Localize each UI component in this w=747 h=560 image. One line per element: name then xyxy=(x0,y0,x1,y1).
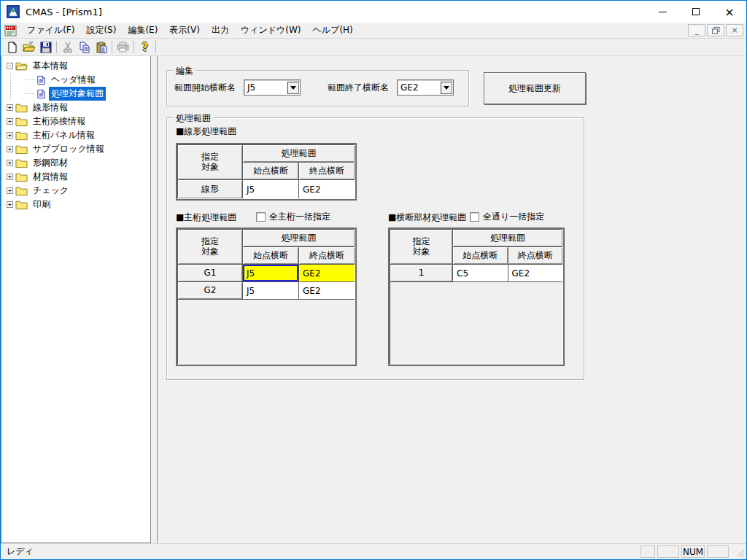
save-icon[interactable] xyxy=(37,39,54,55)
expand-icon[interactable]: + xyxy=(7,174,13,180)
tree-item-girder-panel-info[interactable]: + 主桁パネル情報 xyxy=(4,128,150,142)
tree-item-label[interactable]: 主桁添接情報 xyxy=(31,114,88,128)
folder-icon xyxy=(15,200,28,210)
status-pane xyxy=(657,545,679,558)
tree-item-material-info[interactable]: + 材質情報 xyxy=(4,170,150,184)
mdi-document-icon[interactable] xyxy=(4,25,17,36)
copy-icon[interactable] xyxy=(76,39,93,55)
mdi-restore-button[interactable] xyxy=(707,24,724,36)
range-end-value: GE2 xyxy=(398,82,440,93)
tree-item-label[interactable]: 基本情報 xyxy=(31,59,70,73)
expand-icon[interactable]: + xyxy=(7,160,13,166)
tree-item-basic-info[interactable]: - 基本情報 xyxy=(4,59,150,73)
process-range-groupbox: 処理範囲 ■線形処理範囲 指定 対象 処理範囲 始点横断 終点横断 線形 J5 … xyxy=(166,117,584,380)
table-cell-selected[interactable]: J5 xyxy=(243,265,298,281)
expand-icon[interactable]: + xyxy=(7,104,13,111)
menu-edit[interactable]: 編集(E) xyxy=(122,22,163,39)
chevron-down-icon[interactable] xyxy=(287,81,299,94)
expand-icon[interactable]: + xyxy=(7,201,13,208)
table-cell[interactable]: GE2 xyxy=(299,180,355,198)
column-header-start: 始点横断 xyxy=(243,247,298,264)
print-icon xyxy=(115,39,131,55)
toolbar-separator xyxy=(112,41,112,53)
panel-splitter[interactable] xyxy=(151,56,157,543)
mdi-close-button[interactable]: × xyxy=(726,24,743,36)
tree-item-label[interactable]: 線形情報 xyxy=(31,101,70,114)
client-area: - 基本情報 ヘッダ情報 xyxy=(1,56,746,543)
tree-item-label[interactable]: 材質情報 xyxy=(31,170,70,184)
tree-item-label[interactable]: 形鋼部材 xyxy=(31,156,70,170)
mdi-minimize-button[interactable]: _ xyxy=(688,24,705,36)
table-cell[interactable]: J5 xyxy=(243,282,298,299)
paste-icon[interactable] xyxy=(93,39,109,55)
table-cell[interactable]: J5 xyxy=(243,180,298,198)
table-cell-highlighted[interactable]: GE2 xyxy=(299,265,355,281)
app-icon xyxy=(7,5,20,18)
tree-item-check[interactable]: + チェック xyxy=(4,184,150,198)
tree-item-print[interactable]: + 印刷 xyxy=(4,198,150,211)
close-button[interactable]: × xyxy=(713,1,746,23)
folder-open-icon xyxy=(15,61,28,71)
menu-file[interactable]: ファイル(F) xyxy=(21,22,80,39)
minimize-button[interactable] xyxy=(646,1,679,23)
tree-item-header-info[interactable]: ヘッダ情報 xyxy=(4,73,150,87)
table-cell[interactable]: GE2 xyxy=(299,282,355,299)
folder-icon xyxy=(15,158,28,168)
help-icon[interactable]: ? xyxy=(136,39,153,55)
table-empty-area xyxy=(178,300,355,364)
tree-item-label-selected[interactable]: 処理対象範囲 xyxy=(49,87,106,101)
menu-settings[interactable]: 設定(S) xyxy=(80,22,122,39)
range-start-combobox[interactable]: J5 xyxy=(244,79,301,96)
row-header: G2 xyxy=(178,282,242,299)
menu-window[interactable]: ウィンドウ(W) xyxy=(235,22,307,39)
expand-icon[interactable]: + xyxy=(7,118,13,125)
expand-icon[interactable]: + xyxy=(7,187,13,194)
cross-all-checkbox[interactable] xyxy=(470,212,479,222)
document-icon xyxy=(36,89,46,99)
menu-view[interactable]: 表示(V) xyxy=(163,22,206,39)
folder-icon xyxy=(15,144,28,155)
tree-item-girder-splice-info[interactable]: + 主桁添接情報 xyxy=(4,114,150,128)
status-pane xyxy=(640,545,655,558)
toolbar-separator xyxy=(133,41,134,53)
folder-icon xyxy=(15,131,28,141)
new-icon[interactable] xyxy=(4,39,20,55)
column-header-range: 処理範囲 xyxy=(453,230,562,246)
folder-icon xyxy=(15,186,28,196)
tree-item-process-range[interactable]: 処理対象範囲 xyxy=(4,87,150,101)
chevron-down-icon[interactable] xyxy=(440,81,452,94)
table-cell[interactable]: GE2 xyxy=(508,265,563,281)
menu-help[interactable]: ヘルプ(H) xyxy=(307,22,359,39)
column-header-target: 指定 対象 xyxy=(178,230,242,264)
window-title: CMAS - [Prism1] xyxy=(26,7,102,18)
girder-all-checkbox-label[interactable]: 全主桁一括指定 xyxy=(269,211,330,223)
column-header-end: 終点横断 xyxy=(508,247,563,264)
resize-grip-icon[interactable] xyxy=(735,548,745,558)
cut-icon xyxy=(59,39,76,55)
menu-output[interactable]: 出力 xyxy=(206,22,235,39)
tree-item-label[interactable]: サブブロック情報 xyxy=(31,142,107,156)
tree-item-label[interactable]: 主桁パネル情報 xyxy=(31,128,97,142)
expand-icon[interactable]: + xyxy=(7,146,13,152)
tree-item-label[interactable]: チェック xyxy=(31,184,71,198)
tree-item-shape-member[interactable]: + 形鋼部材 xyxy=(4,156,150,170)
maximize-button[interactable] xyxy=(679,1,713,23)
cross-all-checkbox-label[interactable]: 全通り一括指定 xyxy=(483,211,544,223)
collapse-icon[interactable]: - xyxy=(7,63,13,69)
column-header-end: 終点横断 xyxy=(299,247,355,264)
girder-all-checkbox[interactable] xyxy=(256,212,266,222)
folder-icon xyxy=(15,117,28,127)
tree-item-linear-info[interactable]: + 線形情報 xyxy=(4,101,150,114)
open-icon[interactable] xyxy=(20,39,37,55)
table-cell[interactable]: C5 xyxy=(453,265,508,281)
tree-item-label[interactable]: ヘッダ情報 xyxy=(49,73,98,87)
update-range-button[interactable]: 処理範囲更新 xyxy=(484,72,586,104)
tree-item-label[interactable]: 印刷 xyxy=(31,198,53,211)
tree-connector xyxy=(25,93,34,94)
expand-icon[interactable]: + xyxy=(7,132,13,139)
range-end-combobox[interactable]: GE2 xyxy=(397,79,454,96)
status-text: レディ xyxy=(7,545,34,558)
linear-range-table: 指定 対象 処理範囲 始点横断 終点横断 線形 J5 GE2 xyxy=(176,143,357,201)
tree-item-subblock-info[interactable]: + サブブロック情報 xyxy=(4,142,150,156)
toolbar-separator xyxy=(56,41,57,53)
